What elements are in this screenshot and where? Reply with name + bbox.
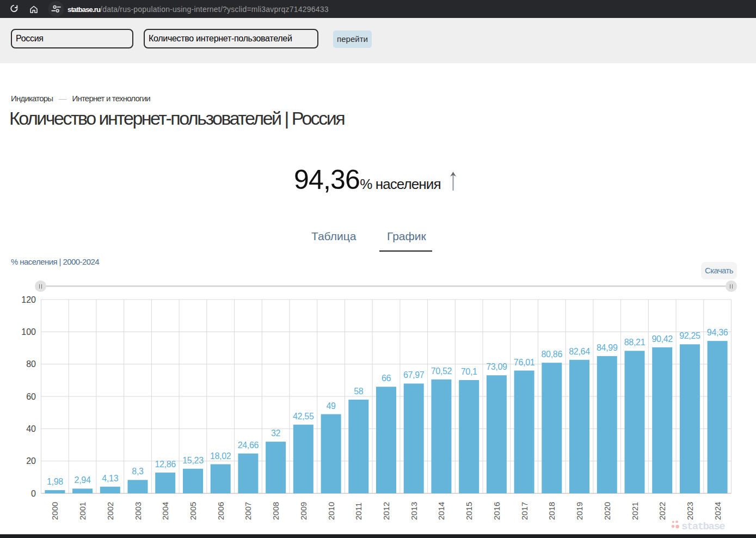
svg-text:94,36: 94,36 [707, 328, 728, 337]
svg-text:20: 20 [26, 456, 36, 466]
svg-text:66: 66 [382, 374, 391, 383]
svg-text:2006: 2006 [216, 502, 225, 520]
svg-text:100: 100 [21, 327, 36, 337]
svg-text:1,98: 1,98 [47, 477, 63, 486]
svg-text:2023: 2023 [685, 502, 694, 520]
svg-text:18,02: 18,02 [210, 451, 231, 461]
svg-text:73,09: 73,09 [486, 362, 507, 371]
svg-text:42,55: 42,55 [293, 412, 314, 421]
svg-text:2011: 2011 [354, 503, 363, 520]
svg-text:120: 120 [21, 295, 36, 304]
svg-text:2012: 2012 [382, 502, 391, 520]
svg-text:2001: 2001 [78, 502, 87, 520]
svg-text:84,99: 84,99 [597, 343, 618, 352]
svg-text:statbase: statbase [681, 521, 725, 533]
svg-text:40: 40 [26, 424, 36, 433]
svg-text:58: 58 [354, 387, 364, 396]
svg-text:2024: 2024 [713, 502, 722, 520]
svg-text:15,23: 15,23 [182, 456, 204, 465]
svg-text:2004: 2004 [161, 502, 170, 520]
svg-text:2015: 2015 [464, 502, 474, 520]
svg-text:24,66: 24,66 [238, 441, 259, 450]
svg-text:2016: 2016 [492, 502, 501, 520]
svg-text:8,3: 8,3 [132, 467, 144, 476]
svg-text:70,52: 70,52 [431, 366, 452, 376]
svg-text:80,86: 80,86 [542, 350, 563, 359]
svg-text:88,21: 88,21 [624, 338, 646, 347]
svg-text:60: 60 [26, 392, 36, 401]
svg-text:4,13: 4,13 [102, 474, 118, 483]
svg-text:80: 80 [26, 359, 36, 369]
svg-text:82,64: 82,64 [569, 347, 590, 356]
svg-text:2014: 2014 [437, 502, 446, 520]
svg-text:76,01: 76,01 [514, 358, 535, 367]
svg-text:2003: 2003 [133, 502, 143, 520]
svg-text:2013: 2013 [409, 502, 419, 520]
svg-text:90,42: 90,42 [651, 334, 673, 344]
svg-text:2000: 2000 [50, 502, 59, 520]
svg-text:12,86: 12,86 [155, 460, 176, 469]
svg-text:2017: 2017 [520, 502, 529, 520]
svg-text:2002: 2002 [106, 502, 115, 520]
svg-text:2005: 2005 [188, 502, 198, 520]
svg-text:70,1: 70,1 [461, 367, 477, 376]
svg-text:2007: 2007 [243, 502, 253, 520]
svg-text:92,25: 92,25 [679, 331, 700, 340]
svg-text:0: 0 [31, 489, 36, 498]
svg-text:2018: 2018 [547, 502, 556, 520]
svg-text:2,94: 2,94 [75, 475, 91, 485]
svg-text:2019: 2019 [575, 502, 584, 520]
svg-text:49: 49 [326, 401, 336, 411]
svg-text:2022: 2022 [657, 502, 667, 520]
svg-text:2020: 2020 [603, 502, 612, 520]
svg-text:2008: 2008 [271, 502, 280, 520]
svg-text:2010: 2010 [327, 502, 336, 520]
svg-text:2021: 2021 [630, 502, 640, 520]
svg-text:32: 32 [271, 429, 281, 438]
svg-text:2009: 2009 [299, 502, 308, 520]
svg-text:67,97: 67,97 [403, 370, 425, 380]
